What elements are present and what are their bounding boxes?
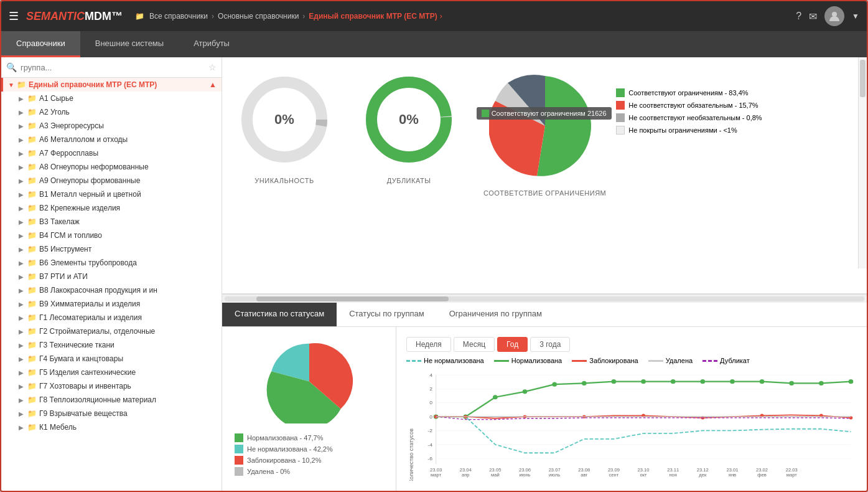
- avatar[interactable]: [824, 6, 844, 26]
- legend-norm-line: Нормализована: [494, 357, 562, 364]
- line-chart-wrapper: 4 2 0 0 -2 -4 -6: [406, 369, 857, 481]
- tree-item-a1[interactable]: ▶ 📁 А1 Сырье: [14, 92, 222, 105]
- stats-content: Нормализована - 47,7% Не нормализована -…: [222, 327, 867, 491]
- tree-item-a9[interactable]: ▶ 📁 А9 Огнеупоры формованные: [14, 174, 222, 187]
- line-chart-svg: 4 2 0 0 -2 -4 -6: [406, 369, 857, 481]
- tree-item-k1[interactable]: ▶ 📁 К1 Мебель: [14, 420, 222, 434]
- time-tab-month[interactable]: Месяц: [454, 337, 495, 352]
- tree-item-b3[interactable]: ▶ 📁 В3 Такелаж: [14, 215, 222, 229]
- tree-item-g7[interactable]: ▶ 📁 Г7 Хозтовары и инвентарь: [14, 379, 222, 393]
- charts-scrollbar[interactable]: [858, 57, 867, 268]
- tree-item-a6[interactable]: ▶ 📁 А6 Металлолом и отходы: [14, 133, 222, 146]
- tree-item-a8[interactable]: ▶ 📁 А8 Огнеупоры неформованные: [14, 160, 222, 174]
- tree-item-b4[interactable]: ▶ 📁 В4 ГСМ и топливо: [14, 229, 222, 242]
- svg-point-29: [671, 379, 676, 384]
- status-pie-section: Нормализована - 47,7% Не нормализована -…: [222, 327, 396, 491]
- tree-children: ▶ 📁 А1 Сырье ▶ 📁 А2 Уголь ▶ 📁 А3 Энергор…: [1, 92, 222, 434]
- header-actions: ? ✉ ▼: [796, 6, 859, 26]
- tree-item-g4[interactable]: ▶ 📁 Г4 Бумага и канцтовары: [14, 352, 222, 366]
- line-chart-section: Неделя Месяц Год 3 года Не нормализована: [396, 327, 867, 491]
- breadcrumb-main[interactable]: Основные справочники: [218, 12, 299, 21]
- legend-blocked: Заблокирована - 10,2%: [235, 456, 383, 465]
- horiz-scroll-thumb[interactable]: [256, 296, 448, 301]
- svg-point-24: [523, 389, 528, 394]
- svg-text:авг: авг: [581, 472, 587, 478]
- legend-item-4: Не покрыты ограничениями - <1%: [616, 126, 762, 135]
- legend-not-normalized: Не нормализована - 42,2%: [235, 445, 383, 453]
- svg-text:июль: июль: [549, 472, 560, 478]
- svg-point-0: [832, 12, 837, 17]
- breadcrumb-all[interactable]: Все справочники: [149, 12, 208, 21]
- svg-text:дек: дек: [699, 472, 707, 478]
- duplicates-chart: 0% ДУБЛИКАТЫ: [359, 70, 459, 184]
- dropdown-icon[interactable]: ▼: [852, 12, 859, 21]
- tree-item-g8[interactable]: ▶ 📁 Г8 Теплоизоляционные материал: [14, 393, 222, 407]
- svg-text:фев: фев: [757, 472, 767, 478]
- mail-icon[interactable]: ✉: [809, 11, 817, 22]
- header: ☰ SEMANTIC MDM™ 📁 Все справочники › Осно…: [1, 1, 867, 31]
- tab-atributy[interactable]: Атрибуты: [179, 31, 245, 57]
- legend-item-3: Не соответствуют необязательным - 0,8%: [616, 113, 762, 122]
- search-input[interactable]: [21, 63, 205, 72]
- tree-item-b9[interactable]: ▶ 📁 В9 Химматериалы и изделия: [14, 297, 222, 311]
- tree-item-g9[interactable]: ▶ 📁 Г9 Взрывчатые вещества: [14, 407, 222, 420]
- breadcrumb: 📁 Все справочники › Основные справочники…: [135, 12, 796, 21]
- tree-item-g1[interactable]: ▶ 📁 Г1 Лесоматериалы и изделия: [14, 311, 222, 324]
- legend-deleted: Удалена - 0%: [235, 467, 383, 476]
- tree-item-g5[interactable]: ▶ 📁 Г5 Изделия сантехнические: [14, 366, 222, 379]
- duplicates-title: ДУБЛИКАТЫ: [387, 177, 431, 184]
- tab-stats-status[interactable]: Статистика по статусам: [222, 303, 337, 326]
- svg-text:май: май: [491, 472, 500, 478]
- tab-stats-constraints[interactable]: Ограничения по группам: [437, 303, 554, 326]
- svg-point-35: [849, 379, 854, 384]
- constraints-pie: Соответствуют ограничениям 21626: [489, 70, 601, 182]
- tree-item-a7[interactable]: ▶ 📁 А7 Ферросплавы: [14, 146, 222, 160]
- svg-point-25: [552, 382, 557, 387]
- tree-item-b8[interactable]: ▶ 📁 В8 Лакокрасочная продукция и ин: [14, 283, 222, 297]
- tree-root[interactable]: ▼ 📁 Единый справочник МТР (ЕС МТР) ▲: [1, 78, 222, 92]
- help-icon[interactable]: ?: [796, 11, 801, 22]
- tab-stats-groups[interactable]: Статусы по группам: [337, 303, 437, 326]
- charts-scroll-thumb[interactable]: [860, 60, 866, 97]
- tree-item-b6[interactable]: ▶ 📁 В6 Элементы трубопровода: [14, 256, 222, 270]
- star-icon[interactable]: ☆: [208, 62, 217, 72]
- constraints-legend: Соответствуют ограничениям - 83,4% Не со…: [616, 70, 762, 135]
- tree-item-a2[interactable]: ▶ 📁 А2 Уголь: [14, 105, 222, 119]
- uniqueness-value: 0%: [274, 111, 294, 128]
- svg-text:июнь: июнь: [519, 472, 530, 478]
- svg-text:март: март: [431, 472, 442, 478]
- tree-item-g3[interactable]: ▶ 📁 Г3 Технические ткани: [14, 338, 222, 352]
- legend-deleted-line: Удалена: [648, 357, 693, 364]
- time-tabs: Неделя Месяц Год 3 года: [406, 337, 857, 352]
- time-tab-year[interactable]: Год: [497, 337, 528, 352]
- charts-area: 0% УНИКАЛЬНОСТЬ 0% ДУБЛИКАТЫ: [222, 57, 867, 294]
- tree-item-b7[interactable]: ▶ 📁 В7 РТИ и АТИ: [14, 270, 222, 283]
- logo-mdm: MDM™: [85, 10, 123, 23]
- svg-text:ноя: ноя: [669, 472, 677, 478]
- tree-item-b1[interactable]: ▶ 📁 В1 Металл черный и цветной: [14, 187, 222, 201]
- tree-item-b2[interactable]: ▶ 📁 В2 Крепежные изделия: [14, 201, 222, 215]
- time-tab-week[interactable]: Неделя: [406, 337, 451, 352]
- status-pie-chart: [247, 339, 371, 423]
- tree-container[interactable]: ▼ 📁 Единый справочник МТР (ЕС МТР) ▲ ▶ 📁…: [1, 78, 222, 491]
- menu-icon[interactable]: ☰: [9, 9, 19, 23]
- tab-spravochniki[interactable]: Справочники: [1, 31, 80, 57]
- svg-point-26: [582, 381, 587, 386]
- tab-vneshnie[interactable]: Внешние системы: [80, 31, 179, 57]
- horiz-scrollbar[interactable]: [222, 294, 867, 303]
- tree-item-g2[interactable]: ▶ 📁 Г2 Стройматериалы, отделочные: [14, 324, 222, 338]
- stats-tabs: Статистика по статусам Статусы по группа…: [222, 303, 867, 327]
- duplicates-value: 0%: [399, 111, 419, 128]
- horiz-scroll-track[interactable]: [225, 296, 864, 301]
- uniqueness-title: УНИКАЛЬНОСТЬ: [254, 177, 314, 184]
- right-panel: 0% УНИКАЛЬНОСТЬ 0% ДУБЛИКАТЫ: [222, 57, 867, 491]
- svg-text:апр: апр: [462, 472, 470, 478]
- svg-text:2: 2: [429, 386, 432, 392]
- time-tab-3years[interactable]: 3 года: [530, 337, 570, 352]
- logo-semantic: SEMANTIC: [26, 10, 85, 23]
- constraints-chart: Соответствуют ограничениям 21626 СООТВЕТ…: [483, 70, 762, 197]
- tree-item-b5[interactable]: ▶ 📁 В5 Инструмент: [14, 242, 222, 256]
- breadcrumb-arrow: ›: [440, 12, 442, 21]
- tree-item-a3[interactable]: ▶ 📁 А3 Энергоресурсы: [14, 119, 222, 133]
- legend-normalized: Нормализована - 47,7%: [235, 433, 383, 442]
